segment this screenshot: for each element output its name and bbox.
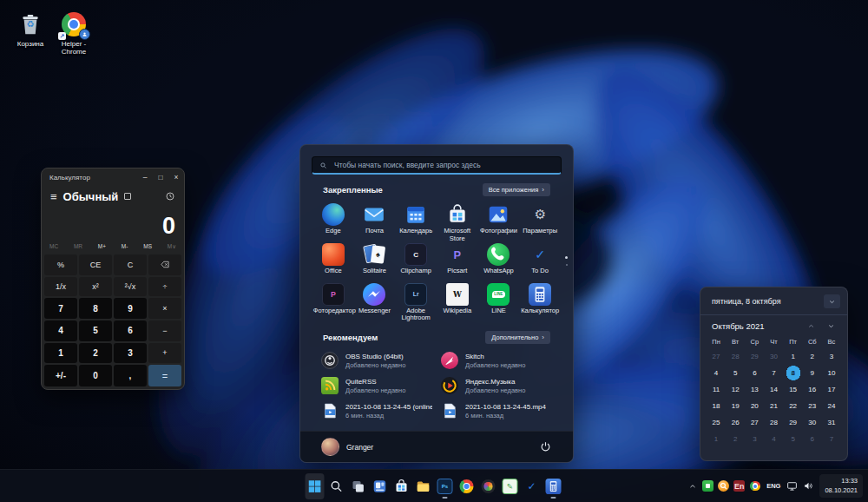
calendar-day[interactable]: 27 (745, 414, 764, 431)
calc-key-−[interactable]: − (148, 320, 181, 341)
calc-key-CE[interactable]: CE (79, 254, 112, 275)
taskbar-button-photoshop[interactable]: Ps (436, 473, 455, 499)
calendar-day[interactable]: 29 (745, 348, 764, 365)
taskbar-button-todo[interactable]: ✓ (523, 473, 542, 499)
calc-key-²√x[interactable]: ²√x (114, 277, 147, 297)
more-button[interactable]: Дополнительно › (485, 331, 550, 344)
calendar-day[interactable]: 6 (803, 431, 822, 447)
pinned-app-store[interactable]: Microsoft Store (437, 202, 478, 242)
memory-button-M-[interactable]: M- (122, 243, 128, 249)
memory-button-MC[interactable]: MC (49, 243, 58, 249)
pinned-app-office[interactable]: Office (312, 242, 354, 282)
calendar-day[interactable]: 25 (707, 414, 726, 431)
calendar-day[interactable]: 1 (707, 431, 726, 447)
pinned-app-picsart[interactable]: PPicsart (437, 242, 478, 282)
taskbar-button-start[interactable] (306, 473, 325, 499)
calc-key-,[interactable]: , (114, 365, 147, 386)
calendar-collapse-button[interactable] (824, 294, 840, 308)
taskbar-button-chrome[interactable] (457, 473, 477, 499)
calendar-day[interactable]: 5 (726, 365, 745, 381)
calc-key-C[interactable]: C (114, 254, 147, 275)
desktop-icon-helper-chrome[interactable]: ↗ Helper - Chrome (54, 10, 94, 56)
hamburger-menu-icon[interactable]: ≡ (50, 190, 57, 203)
calendar-day[interactable]: 2 (803, 348, 822, 365)
calendar-day[interactable]: 6 (745, 365, 764, 381)
calendar-day[interactable]: 3 (745, 431, 764, 447)
pinned-app-messenger[interactable]: Messenger (354, 282, 396, 322)
calc-key-%[interactable]: % (44, 254, 77, 275)
search-input[interactable] (332, 160, 554, 170)
calc-key-×[interactable]: × (148, 298, 181, 319)
pinned-app-mail[interactable]: Почта (354, 202, 396, 242)
calc-key-1/x[interactable]: 1/x (44, 277, 77, 297)
calc-key-8[interactable]: 8 (79, 298, 112, 319)
taskbar-button-search[interactable] (327, 473, 346, 499)
calc-key-+[interactable]: + (148, 343, 181, 364)
calendar-day[interactable]: 3 (822, 348, 841, 365)
calendar-day[interactable]: 4 (707, 365, 726, 381)
taskbar-button-widgets[interactable] (371, 473, 390, 499)
close-button[interactable]: × (168, 168, 184, 186)
calendar-day[interactable]: 30 (803, 414, 822, 431)
calc-key-1[interactable]: 1 (44, 343, 77, 364)
keep-on-top-icon[interactable] (124, 193, 131, 200)
pinned-app-line[interactable]: LINELINE (478, 282, 520, 322)
calendar-prev-month-button[interactable] (806, 322, 815, 331)
pinned-app-todo[interactable]: ✓To Do (519, 242, 561, 282)
all-apps-button[interactable]: Все приложения › (483, 183, 550, 196)
memory-button-M+[interactable]: M+ (98, 243, 106, 249)
calendar-day[interactable]: 24 (822, 398, 841, 414)
memory-button-MS[interactable]: MS (143, 243, 152, 249)
calendar-day[interactable]: 9 (803, 365, 822, 381)
recommended-item[interactable]: 2021-10-08 13-24-45 (online-video-...6 м… (321, 402, 432, 419)
taskbar-button-store[interactable] (392, 473, 411, 499)
calendar-day[interactable]: 5 (784, 431, 803, 447)
recommended-item[interactable]: 2021-10-08 13-24-45.mp46 мин. назад (441, 402, 552, 419)
volume-icon[interactable] (803, 480, 814, 492)
calendar-day[interactable]: 23 (803, 398, 822, 414)
calendar-day[interactable]: 29 (784, 414, 803, 431)
calendar-day[interactable]: 27 (707, 348, 726, 365)
calendar-day[interactable]: 16 (803, 381, 822, 398)
taskbar-button-explorer[interactable] (414, 473, 433, 499)
calendar-next-month-button[interactable] (826, 322, 835, 331)
calc-key-5[interactable]: 5 (79, 320, 112, 341)
calendar-day[interactable]: 30 (764, 348, 783, 365)
calendar-day[interactable]: 22 (784, 398, 803, 414)
calendar-day[interactable]: 26 (726, 414, 745, 431)
memory-button-M∨[interactable]: M∨ (168, 243, 176, 250)
desktop-icon-recycle-bin[interactable]: ♻ Корзина (10, 10, 50, 56)
power-button[interactable] (539, 440, 552, 453)
pinned-app-calendar-app[interactable]: Календарь (395, 202, 437, 242)
calc-key-0[interactable]: 0 (79, 365, 112, 386)
calendar-day[interactable]: 4 (764, 431, 783, 447)
recommended-item[interactable]: SkitchДобавлено недавно (441, 352, 552, 369)
recommended-item[interactable]: OBS Studio (64bit)Добавлено недавно (321, 352, 432, 369)
recommended-item[interactable]: QuiteRSSДобавлено недавно (321, 377, 432, 394)
taskbar-button-pinwheel[interactable] (479, 473, 498, 499)
history-icon[interactable] (165, 191, 175, 201)
pinned-app-whatsapp[interactable]: WhatsApp (478, 242, 520, 282)
calc-key-6[interactable]: 6 (114, 320, 147, 341)
calendar-day[interactable]: 11 (707, 381, 726, 398)
calendar-day[interactable]: 2 (726, 431, 745, 447)
calendar-day[interactable]: 14 (764, 381, 783, 398)
calc-key-=[interactable]: = (148, 365, 181, 386)
calendar-day[interactable]: 7 (764, 365, 783, 381)
memory-button-MR[interactable]: MR (74, 243, 82, 249)
pinned-app-lightroom[interactable]: LrAdobe Lightroom (395, 282, 437, 322)
calendar-day[interactable]: 18 (707, 398, 726, 414)
calc-key-2[interactable]: 2 (79, 343, 112, 364)
calc-key-x²[interactable]: x² (79, 277, 112, 297)
pinned-app-photos[interactable]: Фотографии (478, 202, 520, 242)
calendar-day[interactable]: 21 (764, 398, 783, 414)
calendar-day[interactable]: 17 (822, 381, 841, 398)
taskbar-button-task-view[interactable] (349, 473, 368, 499)
calendar-day[interactable]: 10 (822, 365, 841, 381)
calendar-day[interactable]: 28 (764, 414, 783, 431)
pinned-app-calculator-app[interactable]: Калькулятор (519, 282, 561, 322)
pinned-app-clipchamp[interactable]: CClipchamp (395, 242, 437, 282)
pinned-app-edge[interactable]: Edge (312, 202, 354, 242)
calendar-day[interactable]: 15 (784, 381, 803, 398)
calc-key-4[interactable]: 4 (44, 320, 77, 341)
